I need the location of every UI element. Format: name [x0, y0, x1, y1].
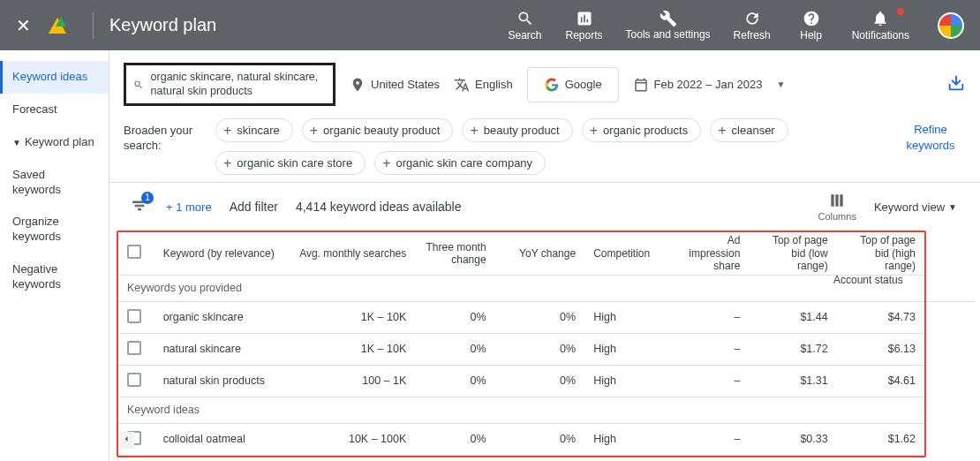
table-section: Keyword ideas [118, 397, 924, 423]
notification-badge [897, 8, 904, 15]
nav-reports[interactable]: Reports [566, 10, 603, 42]
date-range-filter[interactable]: Feb 2022 – Jan 2023 ▼ [633, 77, 786, 93]
cell-bid-low: $1.72 [749, 333, 836, 365]
location-icon [350, 77, 366, 93]
language-filter[interactable]: English [454, 77, 513, 93]
filter-badge: 1 [141, 192, 154, 204]
cell-ad-impr: – [664, 301, 749, 333]
col-yoy[interactable]: YoY change [495, 232, 585, 275]
cell-keyword: colloidal oatmeal [155, 423, 284, 455]
location-filter[interactable]: United States [350, 77, 440, 93]
table-row: natural skin products100 – 1K0%0%High–$1… [118, 365, 924, 397]
ideas-count: 4,414 keyword ideas available [296, 200, 462, 214]
broaden-chip[interactable]: +beauty product [462, 118, 572, 142]
sidebar-item-forecast[interactable]: Forecast [0, 94, 109, 126]
wrench-icon [660, 10, 677, 27]
select-all-checkbox[interactable] [127, 245, 141, 259]
network-filter[interactable]: Google [527, 67, 619, 102]
keyword-view-dropdown[interactable]: Keyword view ▼ [874, 200, 957, 214]
reports-icon [576, 10, 593, 27]
broaden-chip[interactable]: +organic products [582, 118, 701, 142]
more-filters-link[interactable]: + 1 more [166, 200, 212, 214]
refresh-icon [743, 10, 761, 27]
plus-icon: + [310, 125, 318, 136]
sidebar-item-keyword-ideas[interactable]: Keyword ideas [0, 61, 109, 94]
table-row: colloidal oatmeal10K – 100K0%0%High–$0.3… [118, 423, 924, 455]
cell-keyword: organic skincare [155, 301, 284, 333]
close-icon[interactable]: ✕ [16, 15, 31, 36]
filter-funnel-button[interactable]: 1 [131, 197, 148, 217]
cell-yoy: 0% [495, 423, 585, 455]
row-checkbox[interactable] [127, 373, 141, 387]
nav-refresh[interactable]: Refresh [734, 10, 771, 42]
broaden-chip[interactable]: +organic skin care store [215, 151, 366, 175]
cell-yoy: 0% [495, 365, 585, 397]
col-bid-low[interactable]: Top of page bid (low range) [749, 232, 836, 275]
broaden-chip[interactable]: +skincare [215, 118, 293, 142]
cell-competition: High [584, 365, 664, 397]
bell-icon [871, 10, 889, 27]
sidebar-item-keyword-plan[interactable]: ▼Keyword plan [0, 126, 109, 159]
plus-icon: + [223, 125, 231, 136]
broaden-label: Broaden your search: [124, 118, 203, 154]
cell-avg: 100 – 1K [283, 365, 415, 397]
help-icon [803, 10, 820, 27]
plus-icon: + [382, 158, 390, 169]
refine-keywords-link[interactable]: Refine keywords [895, 118, 966, 154]
cell-competition: High [584, 301, 664, 333]
row-checkbox[interactable] [127, 341, 141, 355]
avatar[interactable] [938, 12, 964, 39]
chevron-left-icon [121, 434, 132, 444]
row-checkbox[interactable] [127, 309, 141, 323]
nav-notifications[interactable]: Notifications [852, 10, 909, 42]
col-competition[interactable]: Competition [584, 232, 664, 275]
add-filter-link[interactable]: Add filter [230, 200, 278, 214]
search-icon [516, 10, 534, 27]
cell-bid-high: $1.62 [837, 423, 924, 455]
nav-help[interactable]: Help [794, 10, 829, 42]
cell-three-month: 0% [415, 365, 494, 397]
cell-avg: 10K – 100K [283, 423, 415, 455]
broaden-chip[interactable]: +organic beauty product [302, 118, 454, 142]
broaden-chip[interactable]: +cleanser [710, 118, 788, 142]
cell-bid-low: $1.31 [749, 365, 836, 397]
table-row: natural skincare1K – 10K0%0%High–$1.72$6… [118, 333, 924, 365]
plus-icon: + [718, 125, 726, 136]
col-keyword[interactable]: Keyword (by relevance) [155, 232, 284, 275]
page-title: Keyword plan [109, 15, 216, 35]
google-ads-logo [49, 18, 66, 34]
cell-bid-low: $1.44 [749, 301, 836, 333]
divider [93, 12, 94, 39]
col-three-month[interactable]: Three month change [415, 232, 494, 275]
col-bid-high[interactable]: Top of page bid (high range) [837, 232, 924, 275]
cell-bid-low: $0.33 [749, 423, 836, 455]
cell-bid-high: $4.61 [837, 365, 924, 397]
keyword-table: Keyword (by relevance) Avg. monthly sear… [117, 230, 926, 457]
nav-search[interactable]: Search [508, 10, 543, 42]
sidebar: Keyword ideas Forecast ▼Keyword plan Sav… [0, 50, 109, 461]
cell-three-month: 0% [415, 423, 494, 455]
download-icon [946, 73, 966, 93]
nav-tools[interactable]: Tools and settings [626, 10, 711, 42]
chevron-down-icon: ▼ [12, 137, 21, 148]
download-button[interactable] [946, 73, 966, 95]
chevron-down-icon: ▼ [948, 202, 957, 212]
calendar-icon [633, 77, 649, 93]
sidebar-item-negative-keywords[interactable]: Negative keywords [0, 253, 109, 301]
table-section: Keywords you provided [118, 275, 924, 301]
cell-ad-impr: – [664, 333, 749, 365]
columns-button[interactable]: Columns [818, 192, 856, 222]
sidebar-item-saved-keywords[interactable]: Saved keywords [0, 159, 109, 207]
cell-three-month: 0% [415, 301, 494, 333]
cell-three-month: 0% [415, 333, 494, 365]
cell-keyword: natural skincare [155, 333, 284, 365]
sidebar-item-organize-keywords[interactable]: Organize keywords [0, 206, 109, 253]
col-ad-impr[interactable]: Ad impression share [664, 232, 749, 275]
search-terms-box[interactable]: organic skincare, natural skincare, natu… [124, 63, 335, 106]
col-avg[interactable]: Avg. monthly searches [283, 232, 415, 275]
columns-icon [828, 192, 846, 209]
collapse-handle[interactable] [118, 432, 134, 449]
broaden-chip[interactable]: +organic skin care company [374, 151, 546, 175]
dropdown-caret-icon: ▼ [777, 79, 786, 89]
plus-icon: + [223, 158, 231, 169]
